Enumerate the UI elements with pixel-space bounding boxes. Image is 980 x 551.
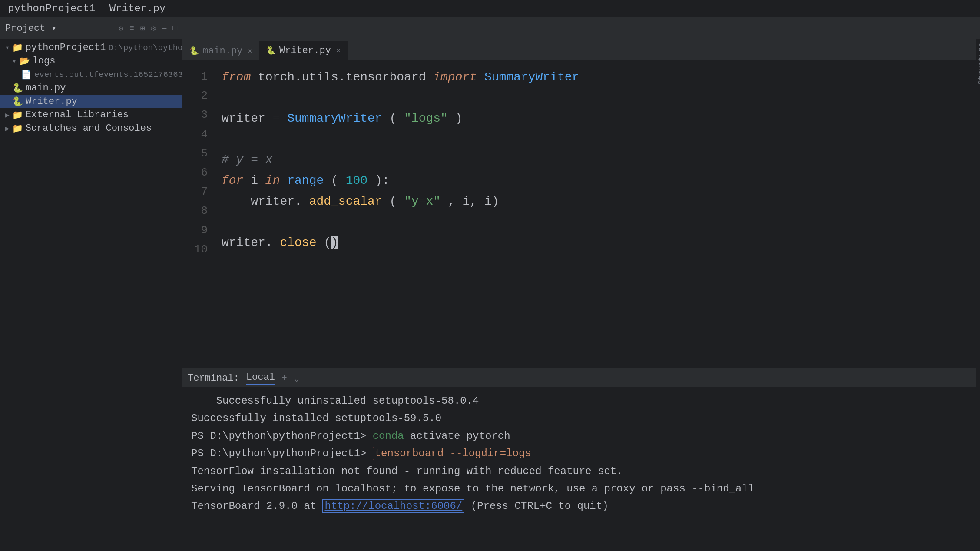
terminal-label: Terminal:: [188, 373, 239, 384]
code-line-1: from torch.utils.tensorboard import Summ…: [222, 67, 967, 88]
tab-writer-py[interactable]: 🐍 Writer.py ✕: [259, 41, 348, 60]
project-dropdown[interactable]: Project ▾: [5, 22, 57, 34]
ext-libs-icon: 📁: [12, 110, 23, 120]
terminal-area: Terminal: Local + ⌄ Successfully uninsta…: [182, 368, 976, 551]
tree-item-main[interactable]: 🐍 main.py: [0, 81, 182, 95]
main-tab-close[interactable]: ✕: [248, 46, 252, 55]
structure-label[interactable]: Structure: [976, 39, 980, 88]
term-line-2: Successfully installed setuptools-59.5.0: [191, 410, 967, 427]
config-icon[interactable]: ⚙: [149, 23, 158, 34]
expand-icon[interactable]: ⊞: [139, 23, 147, 34]
main-py-icon: 🐍: [12, 83, 23, 93]
file-title[interactable]: Writer.py: [105, 1, 170, 16]
conda-cmd: conda: [373, 430, 404, 442]
expand-ext-arrow: ▶: [5, 111, 10, 119]
terminal-add-icon[interactable]: +: [282, 373, 287, 383]
term-line-6: Serving TensorBoard on localhost; to exp…: [191, 481, 967, 497]
code-line-10: [222, 253, 967, 274]
editor-tabs: 🐍 main.py ✕ 🐍 Writer.py ✕: [182, 39, 976, 60]
editor-area: 🐍 main.py ✕ 🐍 Writer.py ✕ 1 2 3 4 5: [182, 39, 976, 551]
terminal-local-tab[interactable]: Local: [246, 372, 275, 385]
app-title[interactable]: pythonProject1: [3, 1, 100, 16]
cursor: ): [331, 236, 338, 249]
code-line-9: writer. close (): [222, 232, 967, 253]
line-numbers: 1 2 3 4 5 6 7 8 9 10: [182, 60, 213, 368]
project-path: D:\python\pythonProject1: [108, 43, 182, 53]
code-editor[interactable]: 1 2 3 4 5 6 7 8 9 10 from torch.utils.te…: [182, 60, 976, 368]
ext-libs-label: External Libraries: [26, 110, 129, 120]
project-header: Project ▾ ⚙ ≡ ⊞ ⚙ — □: [5, 17, 179, 39]
settings-icon[interactable]: ⚙: [117, 23, 125, 34]
terminal-content[interactable]: Successfully uninstalled setuptools-58.0…: [182, 388, 976, 551]
code-content[interactable]: from torch.utils.tensorboard import Summ…: [213, 60, 976, 368]
main-layout: Project ▾ ⚙ ≡ ⊞ ⚙ — □ ▾ 📁 pythonProject1: [0, 17, 980, 551]
project-tree: ▾ 📁 pythonProject1 D:\python\pythonProje…: [0, 39, 182, 551]
logs-folder-icon: 📂: [19, 56, 30, 66]
terminal-chevron-icon[interactable]: ⌄: [294, 373, 299, 384]
expand-project-arrow: ▾: [5, 43, 10, 52]
sidebar-header-left: Project ▾: [5, 22, 57, 34]
sidebar-header-icons: ⚙ ≡ ⊞ ⚙ — □: [117, 23, 179, 34]
main-tab-label: main.py: [202, 46, 242, 56]
maximize-icon[interactable]: □: [171, 23, 179, 33]
tree-item-logs[interactable]: ▾ 📂 logs: [0, 54, 182, 68]
writer-py-label: Writer.py: [26, 96, 77, 107]
writer-tab-py-icon: 🐍: [266, 46, 276, 55]
content-area: ▾ 📁 pythonProject1 D:\python\pythonProje…: [0, 39, 980, 551]
localhost-anchor[interactable]: http://localhost:6006/: [324, 500, 462, 512]
tree-item-writer[interactable]: 🐍 Writer.py: [0, 95, 182, 108]
writer-tab-close[interactable]: ✕: [336, 46, 341, 55]
main-py-label: main.py: [26, 83, 66, 93]
scratches-icon: 📁: [12, 123, 23, 134]
code-line-5: # y = x: [222, 149, 967, 170]
code-line-6: for i in range ( 100 ):: [222, 170, 967, 191]
main-tab-py-icon: 🐍: [189, 46, 199, 56]
code-line-4: [222, 129, 967, 150]
code-line-2: [222, 88, 967, 109]
side-tools: Structure: [976, 39, 980, 551]
tree-item-ext-libs[interactable]: ▶ 📁 External Libraries: [0, 108, 182, 122]
tree-item-project[interactable]: ▾ 📁 pythonProject1 D:\python\pythonProje…: [0, 41, 182, 54]
tensorboard-cmd: tensorboard --logdir=logs: [373, 447, 533, 460]
term-line-5: TensorFlow installation not found - runn…: [191, 463, 967, 480]
code-line-3: writer = SummaryWriter ( "logs" ): [222, 108, 967, 129]
writer-py-icon: 🐍: [12, 96, 23, 107]
events-file-icon: 📄: [21, 69, 32, 80]
project-folder-icon: 📁: [12, 42, 23, 53]
scratches-label: Scratches and Consoles: [26, 123, 152, 134]
sidebar: ▾ 📁 pythonProject1 D:\python\pythonProje…: [0, 39, 182, 551]
toolbar: Project ▾ ⚙ ≡ ⊞ ⚙ — □: [0, 17, 980, 39]
tree-item-events[interactable]: 📄 events.out.tfevents.1652176363 ...: [0, 68, 182, 81]
expand-scratches-arrow: ▶: [5, 124, 10, 133]
term-line-3: PS D:\python\pythonProject1> conda activ…: [191, 428, 967, 445]
term-line-7: TensorBoard 2.9.0 at http://localhost:60…: [191, 498, 967, 514]
tab-main-py[interactable]: 🐍 main.py ✕: [182, 42, 259, 60]
writer-tab-label: Writer.py: [279, 45, 331, 56]
term-line-4: PS D:\python\pythonProject1> tensorboard…: [191, 445, 967, 462]
code-line-7: writer. add_scalar ( "y=x" , i, i): [222, 191, 967, 212]
minimize-icon[interactable]: —: [160, 23, 168, 33]
localhost-link[interactable]: http://localhost:6006/: [322, 499, 464, 513]
expand-logs-arrow: ▾: [12, 57, 17, 66]
term-line-1: Successfully uninstalled setuptools-58.0…: [191, 393, 967, 409]
layout-icon[interactable]: ≡: [128, 23, 136, 33]
project-label: pythonProject1: [26, 42, 106, 53]
events-label: events.out.tfevents.1652176363: [34, 70, 182, 80]
title-bar-left: pythonProject1 Writer.py: [3, 1, 170, 16]
terminal-tabs: Terminal: Local + ⌄: [182, 369, 976, 388]
code-line-8: [222, 212, 967, 232]
title-bar: pythonProject1 Writer.py: [0, 0, 980, 17]
logs-label: logs: [33, 56, 56, 66]
tree-item-scratches[interactable]: ▶ 📁 Scratches and Consoles: [0, 122, 182, 135]
